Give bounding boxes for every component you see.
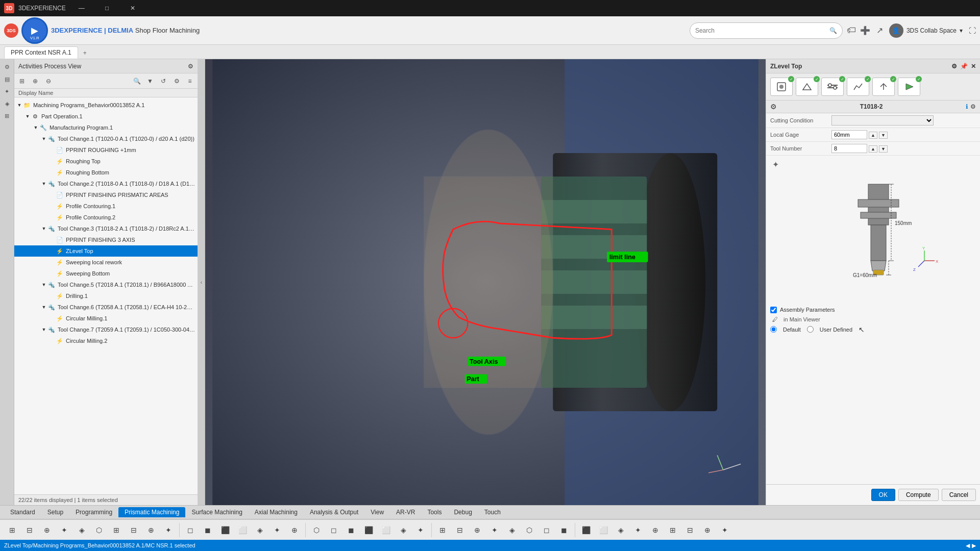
left-icon-4[interactable]: ◈	[2, 98, 13, 109]
bt-icon-9[interactable]: ✦	[160, 522, 177, 538]
tree-item-15[interactable]: ⚡Sweeping Bottom	[14, 268, 198, 279]
bottom-tab-8[interactable]: AR-VR	[390, 507, 421, 517]
bt-icon-36[interactable]: ⬛	[578, 522, 594, 538]
cutting-condition-select[interactable]	[831, 115, 934, 126]
panel-icon-feeds[interactable]: ✓	[847, 78, 869, 96]
default-radio[interactable]	[770, 326, 777, 333]
tree-item-6[interactable]: ⚡Roughing Bottom	[14, 167, 198, 178]
bt-icon-0[interactable]: ⊞	[4, 522, 20, 538]
tool-link-icon[interactable]: ⚙	[770, 103, 777, 111]
tree-expand-20[interactable]: ▼	[41, 327, 47, 333]
bottom-tab-9[interactable]: Tools	[421, 507, 448, 517]
tree-item-19[interactable]: ⚡Circular Milling.1	[14, 313, 198, 324]
bt-icon-20[interactable]: ◻	[326, 522, 342, 538]
tree-item-10[interactable]: ⚡Profile Contouring.2	[14, 212, 198, 223]
tool-3d-icon[interactable]: ✦	[772, 160, 779, 169]
bt-icon-8[interactable]: ⊕	[143, 522, 159, 538]
filter2-icon[interactable]: ▼	[144, 76, 156, 87]
play-button[interactable]: ▶ V1.R	[21, 17, 48, 44]
tree-expand-4[interactable]	[49, 147, 55, 153]
tree-expand-12[interactable]	[49, 237, 55, 243]
bt-icon-1[interactable]: ⊟	[21, 522, 38, 538]
tree-item-9[interactable]: ⚡Profile Contouring.1	[14, 201, 198, 212]
bottom-tab-1[interactable]: Setup	[41, 507, 69, 517]
viewport[interactable]: limit line Tool Axis Part	[205, 59, 766, 505]
search-input[interactable]	[695, 27, 829, 34]
bt-icon-25[interactable]: ✦	[412, 522, 429, 538]
sidebar-collapse-handle[interactable]: ‹	[198, 59, 205, 505]
bt-icon-31[interactable]: ◈	[504, 522, 520, 538]
user-defined-radio[interactable]	[807, 326, 814, 333]
minimize-button[interactable]: —	[70, 0, 93, 16]
tree-item-0[interactable]: ▼📁Machining Programs_Behavior00013852 A.…	[14, 99, 198, 111]
left-icon-1[interactable]: ⚙	[2, 61, 13, 72]
compute-button[interactable]: Compute	[898, 489, 939, 501]
more-icon[interactable]: ≡	[184, 76, 195, 87]
tree-item-4[interactable]: 📄PPRINT ROUGHING +1mm	[14, 144, 198, 156]
tree-item-12[interactable]: 📄PPRINT FINISHING 3 AXIS	[14, 234, 198, 245]
bt-icon-40[interactable]: ⊕	[647, 522, 664, 538]
filter-icon[interactable]: ⊞	[16, 76, 28, 87]
tree-item-2[interactable]: ▼🔧Manufacturing Program.1	[14, 122, 198, 133]
settings-icon[interactable]: ⚙	[171, 76, 182, 87]
tree-expand-10[interactable]	[49, 214, 55, 220]
bt-icon-12[interactable]: ◼	[200, 522, 216, 538]
bt-icon-5[interactable]: ⬡	[91, 522, 107, 538]
tree-expand-0[interactable]: ▼	[16, 102, 22, 108]
bottom-tab-6[interactable]: Analysis & Output	[304, 507, 364, 517]
tree-expand-18[interactable]: ▼	[41, 304, 47, 310]
bt-icon-23[interactable]: ⬜	[378, 522, 394, 538]
collapse-icon[interactable]: ⊖	[43, 76, 54, 87]
sidebar-settings-icon[interactable]: ⚙	[188, 63, 193, 70]
left-icon-3[interactable]: ✦	[2, 86, 13, 97]
tool-number-spinner-down[interactable]: ▼	[879, 145, 888, 153]
tree-expand-6[interactable]	[49, 169, 55, 176]
refresh-icon[interactable]: ↺	[158, 76, 169, 87]
maximize-button[interactable]: □	[95, 0, 119, 16]
bt-icon-16[interactable]: ✦	[269, 522, 285, 538]
local-gage-input[interactable]	[831, 130, 867, 139]
bottom-tab-2[interactable]: Programming	[69, 507, 118, 517]
bt-icon-34[interactable]: ◼	[556, 522, 572, 538]
tree-expand-16[interactable]: ▼	[41, 282, 47, 288]
tree-expand-11[interactable]: ▼	[41, 226, 47, 232]
share-icon[interactable]: ↗	[876, 26, 883, 35]
panel-icon-macro[interactable]: ✓	[872, 78, 895, 96]
user-area[interactable]: 👤 3DS Collab Space ▾	[889, 23, 963, 38]
ok-button[interactable]: OK	[871, 489, 895, 501]
right-panel-close-icon[interactable]: ✕	[971, 63, 976, 70]
statusbar-icon-2[interactable]: ▶	[972, 542, 976, 549]
tab-add-button[interactable]: +	[79, 47, 91, 59]
tree-expand-14[interactable]	[49, 259, 55, 265]
bottom-tab-4[interactable]: Surface Machining	[185, 507, 248, 517]
tool-number-input[interactable]	[831, 144, 867, 153]
bt-icon-15[interactable]: ◈	[252, 522, 268, 538]
bottom-tab-3[interactable]: Prismatic Machining	[118, 507, 185, 517]
statusbar-icon-1[interactable]: ◀	[966, 542, 970, 549]
tree-item-16[interactable]: ▼🔩Tool Change.5 (T2018 A.1 (T2018.1) / B…	[14, 279, 198, 290]
local-gage-spinner-up[interactable]: ▲	[869, 132, 877, 139]
bt-icon-7[interactable]: ⊟	[126, 522, 142, 538]
tree-expand-8[interactable]	[49, 192, 55, 198]
tree-item-17[interactable]: ⚡Drilling.1	[14, 290, 198, 302]
tree-expand-17[interactable]	[49, 293, 55, 299]
tree-item-20[interactable]: ▼🔩Tool Change.7 (T2059 A.1 (T2059.1) / 1…	[14, 324, 198, 335]
search-tree-icon[interactable]: 🔍	[131, 76, 142, 87]
tree-expand-7[interactable]: ▼	[41, 181, 47, 187]
cancel-button[interactable]: Cancel	[942, 489, 976, 501]
bt-icon-41[interactable]: ⊞	[665, 522, 681, 538]
tree-item-1[interactable]: ▼⚙Part Operation.1	[14, 111, 198, 122]
bottom-tab-0[interactable]: Standard	[4, 507, 41, 517]
panel-icon-simulation[interactable]: ✓	[898, 78, 920, 96]
fullscreen-icon[interactable]: ⛶	[969, 27, 976, 35]
add-icon[interactable]: ➕	[860, 26, 870, 35]
bt-icon-32[interactable]: ⬡	[521, 522, 537, 538]
bt-icon-27[interactable]: ⊞	[434, 522, 451, 538]
search-box[interactable]: 🔍	[690, 22, 843, 39]
bottom-tab-7[interactable]: View	[364, 507, 390, 517]
bt-icon-29[interactable]: ⊕	[469, 522, 485, 538]
bt-icon-33[interactable]: ◻	[538, 522, 555, 538]
bt-icon-6[interactable]: ⊞	[108, 522, 125, 538]
tree-item-7[interactable]: ▼🔩Tool Change.2 (T1018-0 A.1 (T1018-0) /…	[14, 178, 198, 189]
local-gage-spinner-down[interactable]: ▼	[879, 132, 888, 139]
